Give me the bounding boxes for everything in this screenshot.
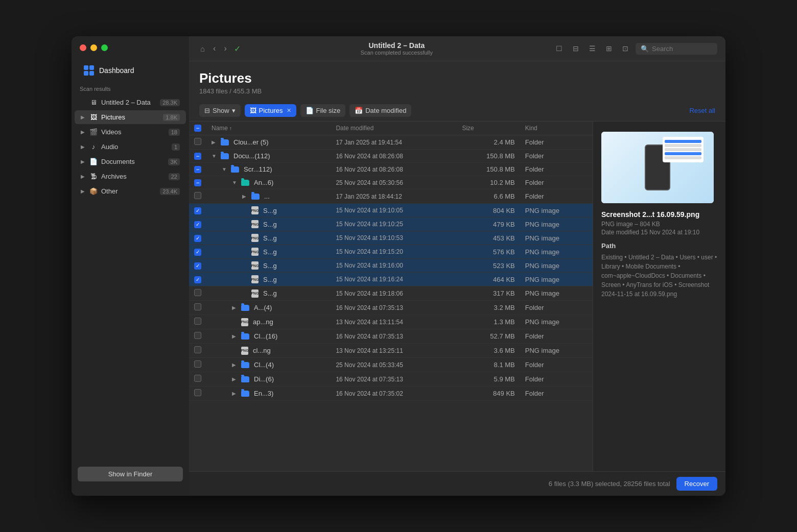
audio-icon: ♪ — [89, 143, 98, 151]
window-title: Untitled 2 – Data — [245, 41, 549, 50]
archives-icon: 🗜 — [89, 173, 98, 180]
file-name: En...3) — [254, 390, 273, 397]
file-size: 8.1 MB — [457, 358, 520, 372]
file-size: 3.2 MB — [457, 301, 520, 315]
back-button[interactable]: ‹ — [210, 42, 219, 55]
table-row[interactable]: ▼Docu...(112)16 Nov 2024 at 08:26:08150.… — [189, 150, 593, 163]
column-name[interactable]: Name — [206, 122, 331, 135]
select-all-checkbox[interactable] — [194, 125, 201, 132]
toolbar-nav: ⌂ ‹ › ✓ — [197, 42, 241, 55]
file-kind: Folder — [520, 358, 593, 372]
table-row[interactable]: ▶En...3)16 Nov 2024 at 07:35:02849 KBFol… — [189, 386, 593, 401]
table-row[interactable]: PNGS...g15 Nov 2024 at 19:10:53453 KBPNG… — [189, 231, 593, 245]
table-row[interactable]: ▶Di...(6)16 Nov 2024 at 07:35:135.9 MBFo… — [189, 372, 593, 386]
scan-results-label: Scan results — [72, 86, 189, 92]
chevron-icon: ▶ — [242, 194, 249, 199]
table-row[interactable]: ▶A...(4)16 Nov 2024 at 07:35:133.2 MBFol… — [189, 301, 593, 315]
row-checkbox[interactable] — [194, 318, 201, 325]
table-row[interactable]: PNGS...g15 Nov 2024 at 19:10:05804 KBPNG… — [189, 204, 593, 217]
table-row[interactable]: PNGS...g15 Nov 2024 at 19:10:25479 KBPNG… — [189, 217, 593, 231]
table-row[interactable]: PNGS...g15 Nov 2024 at 19:16:00523 KBPNG… — [189, 259, 593, 273]
row-checkbox[interactable] — [194, 153, 201, 160]
table-row[interactable]: PNGcl...ng13 Nov 2024 at 13:25:113.6 MBP… — [189, 344, 593, 358]
table-row[interactable]: ▶...17 Jan 2025 at 18:44:126.6 MBFolder — [189, 189, 593, 204]
table-row[interactable]: ▶Cl...(16)16 Nov 2024 at 07:35:1352.7 MB… — [189, 329, 593, 344]
file-size: 317 KB — [457, 286, 520, 301]
sidebar-item-audio[interactable]: ▶ ♪ Audio 1 — [75, 140, 186, 154]
grid-view-button[interactable]: ⊞ — [603, 42, 615, 55]
home-button[interactable]: ⌂ — [197, 42, 208, 55]
folder-icon — [241, 305, 249, 311]
folder-icon — [241, 391, 249, 397]
preview-image — [601, 132, 714, 203]
date-modified-filter-button[interactable]: 📅 Date modified — [349, 104, 411, 117]
row-checkbox[interactable] — [194, 249, 201, 256]
row-checkbox[interactable] — [194, 289, 201, 296]
row-checkbox[interactable] — [194, 179, 201, 186]
row-checkbox[interactable] — [194, 207, 201, 214]
file-kind: PNG image — [520, 231, 593, 245]
file-date: 15 Nov 2024 at 19:16:00 — [331, 259, 457, 273]
row-checkbox[interactable] — [194, 346, 201, 353]
show-filter-button[interactable]: ⊟ Show ▾ — [199, 104, 241, 117]
column-kind[interactable]: Kind — [520, 122, 593, 135]
pictures-filter-button[interactable]: 🖼 Pictures ✕ — [245, 104, 296, 117]
window-controls — [72, 44, 189, 61]
row-checkbox[interactable] — [194, 262, 201, 270]
dashboard-label: Dashboard — [99, 66, 134, 75]
sidebar-item-count: 28.3K — [160, 99, 180, 106]
table-row[interactable]: PNGS...g15 Nov 2024 at 19:18:06317 KBPNG… — [189, 286, 593, 301]
search-input[interactable] — [652, 45, 712, 53]
sidebar-item-untitled[interactable]: 🖥 Untitled 2 – Data 28.3K — [75, 95, 186, 109]
sidebar-item-documents[interactable]: ▶ 📄 Documents 3K — [75, 155, 186, 168]
table-row[interactable]: ▶Clou...er (5)17 Jan 2025 at 19:41:542.4… — [189, 135, 593, 150]
file-name: cl...ng — [253, 347, 271, 354]
minimize-button[interactable] — [90, 44, 97, 51]
sidebar-item-label: Pictures — [101, 113, 163, 121]
file-size: 150.8 MB — [457, 163, 520, 176]
table-row[interactable]: PNGS...g15 Nov 2024 at 19:15:20576 KBPNG… — [189, 245, 593, 259]
table-row[interactable]: PNGS...g15 Nov 2024 at 19:16:24464 KBPNG… — [189, 273, 593, 286]
panel-view-button[interactable]: ⊡ — [619, 42, 631, 55]
row-checkbox[interactable] — [194, 360, 201, 368]
row-checkbox[interactable] — [194, 303, 201, 310]
search-icon: 🔍 — [641, 45, 649, 53]
sidebar-bottom: Show in Finder — [72, 461, 189, 488]
table-row[interactable]: PNGap...ng13 Nov 2024 at 13:11:541.3 MBP… — [189, 315, 593, 329]
table-row[interactable]: ▼An...6)25 Nov 2024 at 05:30:5610.2 MBFo… — [189, 176, 593, 189]
chevron-icon: ▶ — [232, 305, 239, 310]
sidebar-item-archives[interactable]: ▶ 🗜 Archives 22 — [75, 170, 186, 183]
sidebar-item-videos[interactable]: ▶ 🎬 Videos 18 — [75, 125, 186, 139]
new-file-button[interactable]: ☐ — [553, 42, 566, 55]
recover-button[interactable]: Recover — [676, 477, 717, 491]
sidebar-item-other[interactable]: ▶ 📦 Other 23.4K — [75, 184, 186, 198]
header-checkbox[interactable] — [189, 122, 206, 135]
row-checkbox[interactable] — [194, 166, 201, 173]
row-checkbox[interactable] — [194, 389, 201, 396]
list-view-button[interactable]: ☰ — [586, 42, 599, 55]
row-checkbox[interactable] — [194, 276, 201, 283]
row-checkbox[interactable] — [194, 235, 201, 242]
new-folder-button[interactable]: ⊟ — [570, 42, 582, 55]
close-button[interactable] — [80, 44, 86, 51]
maximize-button[interactable] — [101, 44, 108, 51]
table-row[interactable]: ▼Scr...112)16 Nov 2024 at 08:26:08150.8 … — [189, 163, 593, 176]
file-name: S...g — [263, 262, 277, 270]
chevron-icon: ▶ — [232, 376, 239, 382]
reset-all-button[interactable]: Reset all — [689, 107, 715, 114]
dashboard-button[interactable]: Dashboard — [76, 61, 185, 80]
file-date: 16 Nov 2024 at 07:35:13 — [331, 372, 457, 386]
row-checkbox[interactable] — [194, 192, 201, 199]
table-row[interactable]: ▶Cl...(4)25 Nov 2024 at 05:33:458.1 MBFo… — [189, 358, 593, 372]
show-in-finder-button[interactable]: Show in Finder — [78, 467, 183, 481]
row-checkbox[interactable] — [194, 332, 201, 339]
column-size[interactable]: Size — [457, 122, 520, 135]
file-size-filter-button[interactable]: 📄 File size — [300, 104, 346, 117]
column-date[interactable]: Date modified — [331, 122, 457, 135]
file-name: Cl...(4) — [254, 361, 274, 369]
sidebar-item-pictures[interactable]: ▶ 🖼 Pictures 1.8K — [75, 110, 186, 124]
row-checkbox[interactable] — [194, 375, 201, 382]
row-checkbox[interactable] — [194, 221, 201, 228]
forward-button[interactable]: › — [221, 42, 229, 55]
row-checkbox[interactable] — [194, 138, 201, 145]
